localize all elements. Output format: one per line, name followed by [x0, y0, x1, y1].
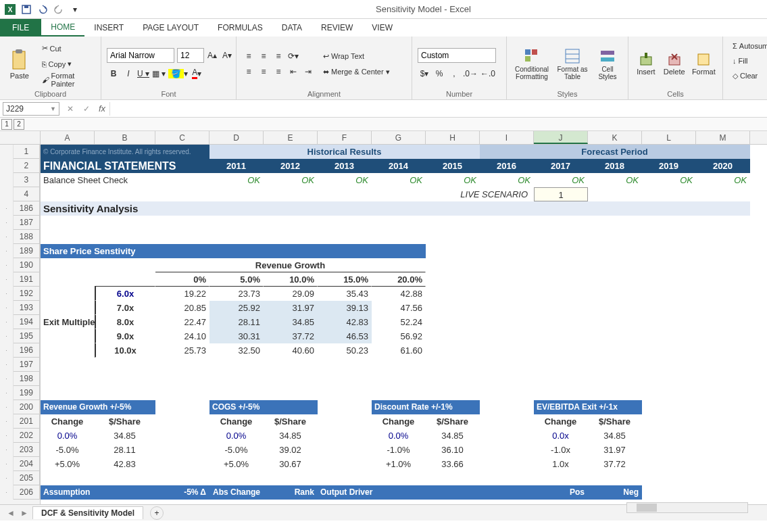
row-header-197[interactable]: 197 [14, 358, 40, 372]
col-header-D[interactable]: D [209, 131, 264, 144]
fill-color-button[interactable]: 🪣▾ [168, 67, 189, 80]
col-header-A[interactable]: A [41, 131, 95, 144]
row-header-190[interactable]: 190 [14, 258, 40, 272]
bold-button[interactable]: B [107, 67, 120, 80]
row-header-189[interactable]: 189 [14, 244, 40, 258]
row-header-194[interactable]: 194 [14, 315, 40, 329]
decrease-decimal-icon[interactable]: ←.0 [480, 67, 496, 80]
name-box[interactable]: J229▼ [3, 102, 59, 116]
copy-button[interactable]: ⎘Copy ▾ [38, 57, 95, 71]
worksheet-grid[interactable]: ····················· 123418618718818919… [0, 131, 767, 504]
cut-button[interactable]: ✂Cut [38, 42, 95, 55]
col-header-F[interactable]: F [318, 131, 372, 144]
decrease-indent-icon[interactable]: ⇤ [287, 65, 300, 78]
wrap-text-button[interactable]: ↩Wrap Text [319, 49, 394, 63]
col-header-J[interactable]: J [534, 131, 588, 144]
sheet-nav-prev-icon[interactable]: ◄ [5, 508, 16, 518]
row-header-205[interactable]: 205 [14, 471, 40, 485]
cells-area[interactable]: © Corporate Finance Institute. All right… [41, 145, 767, 500]
sheet-nav-next-icon[interactable]: ► [19, 508, 30, 518]
col-header-E[interactable]: E [264, 131, 318, 144]
save-icon[interactable] [19, 2, 34, 17]
tab-home[interactable]: HOME [41, 19, 84, 37]
row-header-192[interactable]: 192 [14, 287, 40, 301]
increase-indent-icon[interactable]: ⇥ [301, 65, 315, 78]
row-header-3[interactable]: 3 [14, 173, 40, 187]
row-header-2[interactable]: 2 [14, 159, 40, 173]
col-header-M[interactable]: M [696, 131, 750, 144]
percent-icon[interactable]: % [432, 67, 446, 80]
decrease-font-icon[interactable]: A▾ [220, 49, 234, 62]
currency-icon[interactable]: $▾ [418, 67, 431, 80]
row-header-198[interactable]: 198 [14, 372, 40, 386]
tab-file[interactable]: FILE [0, 19, 41, 37]
col-header-G[interactable]: G [372, 131, 426, 144]
col-header-I[interactable]: I [480, 131, 534, 144]
col-header-H[interactable]: H [426, 131, 480, 144]
row-header-203[interactable]: 203 [14, 443, 40, 457]
outline-level-2[interactable]: 2 [14, 119, 24, 130]
comma-icon[interactable]: , [447, 67, 461, 80]
cell-styles-button[interactable]: Cell Styles [593, 39, 622, 89]
row-header-188[interactable]: 188 [14, 230, 40, 244]
row-header-187[interactable]: 187 [14, 216, 40, 230]
qa-dropdown-icon[interactable]: ▾ [68, 2, 82, 17]
outline-level-1[interactable]: 1 [1, 119, 12, 130]
format-painter-button[interactable]: 🖌Format Painter [38, 73, 95, 87]
number-format-select[interactable] [418, 48, 496, 63]
align-middle-icon[interactable]: ≡ [257, 49, 270, 63]
horizontal-scrollbar[interactable] [626, 502, 748, 513]
border-button[interactable]: ▦ ▾ [151, 67, 166, 80]
enter-formula-icon[interactable]: ✓ [78, 101, 95, 117]
col-header-C[interactable]: C [155, 131, 209, 144]
column-headers[interactable]: ABCDEFGHIJKLM [41, 131, 767, 145]
row-header-1[interactable]: 1 [14, 145, 40, 159]
row-header-204[interactable]: 204 [14, 457, 40, 471]
tab-page-layout[interactable]: PAGE LAYOUT [133, 19, 208, 37]
clear-button[interactable]: ◇Clear [728, 69, 758, 82]
formula-input[interactable] [109, 102, 767, 116]
row-header-202[interactable]: 202 [14, 429, 40, 443]
autosum-button[interactable]: ΣAutosum [728, 39, 758, 53]
row-header-4[interactable]: 4 [14, 187, 40, 201]
align-right-icon[interactable]: ≡ [272, 65, 285, 78]
font-color-button[interactable]: A▾ [190, 67, 203, 80]
redo-icon[interactable] [51, 2, 66, 17]
tab-formulas[interactable]: FORMULAS [208, 19, 272, 37]
underline-button[interactable]: U ▾ [137, 67, 150, 80]
font-name-select[interactable] [107, 48, 174, 63]
paste-button[interactable]: Paste [5, 39, 34, 89]
merge-center-button[interactable]: ⬌Merge & Center ▾ [319, 65, 394, 78]
row-header-200[interactable]: 200 [14, 400, 40, 414]
row-header-186[interactable]: 186 [14, 201, 40, 216]
fill-button[interactable]: ↓Fill [728, 54, 758, 68]
row-header-193[interactable]: 193 [14, 301, 40, 315]
delete-cells-button[interactable]: Delete [662, 39, 687, 89]
sheet-tab-active[interactable]: DCF & Sensitivity Model [32, 506, 143, 519]
align-bottom-icon[interactable]: ≡ [272, 49, 285, 63]
row-header-199[interactable]: 199 [14, 386, 40, 400]
italic-button[interactable]: I [122, 67, 135, 80]
row-header-195[interactable]: 195 [14, 329, 40, 343]
orientation-icon[interactable]: ⟳▾ [287, 49, 300, 63]
tab-review[interactable]: REVIEW [312, 19, 362, 37]
add-sheet-button[interactable]: + [150, 506, 164, 520]
undo-icon[interactable] [35, 2, 50, 17]
align-center-icon[interactable]: ≡ [257, 65, 270, 78]
row-header-196[interactable]: 196 [14, 343, 40, 358]
cancel-formula-icon[interactable]: ✕ [62, 101, 78, 117]
insert-cells-button[interactable]: Insert [634, 39, 658, 89]
conditional-formatting-button[interactable]: Conditional Formatting [512, 39, 551, 89]
fx-icon[interactable]: fx [95, 103, 109, 114]
tab-view[interactable]: VIEW [362, 19, 402, 37]
col-header-L[interactable]: L [642, 131, 696, 144]
row-header-191[interactable]: 191 [14, 272, 40, 287]
format-cells-button[interactable]: Format [691, 39, 717, 89]
increase-font-icon[interactable]: A▴ [205, 49, 219, 62]
tab-insert[interactable]: INSERT [84, 19, 133, 37]
format-as-table-button[interactable]: Format as Table [555, 39, 589, 89]
col-header-K[interactable]: K [588, 131, 642, 144]
row-header-201[interactable]: 201 [14, 414, 40, 429]
font-size-select[interactable] [177, 48, 204, 63]
tab-data[interactable]: DATA [272, 19, 312, 37]
